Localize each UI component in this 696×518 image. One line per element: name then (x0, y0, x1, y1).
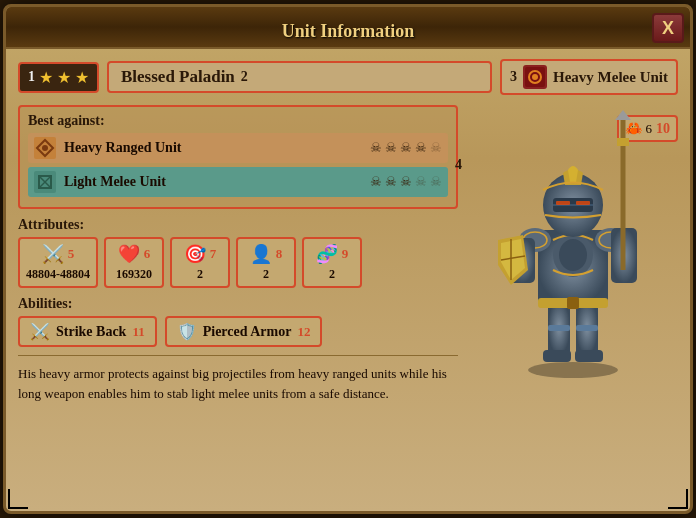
attributes-grid: ⚔️ 5 48804-48804 ❤️ 6 169320 (18, 237, 458, 288)
svg-point-10 (528, 362, 618, 378)
unit-info-modal: Unit Information X 1 ★ ★ ★ Blessed Palad… (3, 4, 693, 514)
unit-type-icon (523, 65, 547, 89)
star-2: ★ (57, 68, 71, 87)
attr-value-hp: 169320 (116, 267, 152, 282)
unit-name: Blessed Paladin (121, 67, 235, 87)
dna-icon: 🧬 (316, 243, 338, 265)
strike-back-icon: ⚔️ (30, 322, 50, 341)
sword-icon: ⚔️ (42, 243, 64, 265)
svg-rect-38 (567, 297, 579, 309)
svg-marker-29 (615, 110, 631, 120)
skull-l2: ☠ (385, 174, 397, 190)
unit-type-badge: 3 Heavy Melee Unit (500, 59, 678, 95)
attr-box-range: 🎯 7 2 (170, 237, 230, 288)
left-panel: Best against: Heavy Ranged Unit (18, 105, 458, 403)
modal-header: Unit Information X (6, 7, 690, 49)
attr-value-dna: 2 (329, 267, 335, 282)
skull-3: ☠ (400, 140, 412, 156)
skull-icons-light: ☠ ☠ ☠ ☠ ☠ (370, 174, 442, 190)
type-num: 3 (510, 69, 517, 85)
unit-info-row: 1 ★ ★ ★ Blessed Paladin 2 3 Heavy Mel (18, 59, 678, 95)
star-1: ★ (39, 68, 53, 87)
heart-icon: ❤️ (118, 243, 140, 265)
attr-num-6: 6 (144, 246, 151, 262)
section-num-4: 4 (455, 157, 462, 173)
unit-name-num: 2 (241, 69, 248, 85)
light-melee-icon (34, 171, 56, 193)
unit-type-text: Heavy Melee Unit (553, 69, 668, 86)
target-icon: 🎯 (184, 243, 206, 265)
attr-value-attack: 48804-48804 (26, 267, 90, 282)
attr-num-8: 8 (276, 246, 283, 262)
skull-l1: ☠ (370, 174, 382, 190)
attributes-section: Attributes: ⚔️ 5 48804-48804 ❤️ (18, 217, 458, 288)
attr-num-9: 9 (342, 246, 349, 262)
svg-rect-16 (575, 350, 603, 362)
skull-l4: ☠ (415, 174, 427, 190)
right-panel: 🦀 6 10 (468, 105, 678, 403)
svg-rect-15 (543, 350, 571, 362)
attr-dna-icon-row: 🧬 9 (316, 243, 349, 265)
svg-point-2 (532, 74, 538, 80)
attr-box-dna: 🧬 9 2 (302, 237, 362, 288)
enemy-row-heavy-ranged: Heavy Ranged Unit ☠ ☠ ☠ ☠ ☠ (28, 133, 448, 163)
heavy-ranged-icon (34, 137, 56, 159)
skull-l3: ☠ (400, 174, 412, 190)
person-icon: 👤 (250, 243, 272, 265)
attributes-label: Attributes: (18, 217, 458, 233)
attr-num-7: 7 (210, 246, 217, 262)
svg-point-19 (559, 239, 587, 271)
unit-number: 1 (28, 69, 35, 85)
skull-4: ☠ (415, 140, 427, 156)
abilities-section: Abilities: ⚔️ Strike Back 11 🛡️ Pierced … (18, 296, 458, 347)
abilities-row: ⚔️ Strike Back 11 🛡️ Pierced Armor 12 (18, 316, 458, 347)
modal-body: 1 ★ ★ ★ Blessed Paladin 2 3 Heavy Mel (6, 49, 690, 413)
modal-title: Unit Information (282, 21, 415, 42)
ability-num-11: 11 (132, 324, 144, 340)
best-against-box: Best against: Heavy Ranged Unit (18, 105, 458, 209)
attr-unit-icon-row: 👤 8 (250, 243, 283, 265)
content-area: Best against: Heavy Ranged Unit (18, 105, 678, 403)
attr-box-hp: ❤️ 6 169320 (104, 237, 164, 288)
skull-1: ☠ (370, 140, 382, 156)
skull-5: ☠ (430, 140, 442, 156)
attr-value-unit: 2 (263, 267, 269, 282)
attr-box-attack: ⚔️ 5 48804-48804 (18, 237, 98, 288)
svg-rect-13 (548, 325, 570, 331)
ability-num-12: 12 (297, 324, 310, 340)
attr-box-unit: 👤 8 2 (236, 237, 296, 288)
attr-hp-icon-row: ❤️ 6 (118, 243, 151, 265)
ability-name-pierced: Pierced Armor (203, 324, 292, 340)
ability-name-strike: Strike Back (56, 324, 126, 340)
enemy-row-light-melee: Light Melee Unit ☠ ☠ ☠ ☠ ☠ (28, 167, 448, 197)
abilities-label: Abilities: (18, 296, 458, 312)
unit-number-badge: 1 ★ ★ ★ (18, 62, 99, 93)
close-button[interactable]: X (652, 13, 684, 43)
svg-point-5 (42, 145, 48, 151)
ability-strike-back: ⚔️ Strike Back 11 (18, 316, 157, 347)
ability-pierced-armor: 🛡️ Pierced Armor 12 (165, 316, 323, 347)
attr-num-5: 5 (68, 246, 75, 262)
skull-2: ☠ (385, 140, 397, 156)
svg-rect-36 (576, 201, 590, 205)
svg-rect-35 (556, 201, 570, 205)
best-against-label: Best against: (28, 113, 448, 129)
attr-attack-icon-row: ⚔️ 5 (42, 243, 75, 265)
star-3: ★ (75, 68, 89, 87)
heavy-ranged-name: Heavy Ranged Unit (64, 140, 370, 156)
unit-name-badge: Blessed Paladin 2 (107, 61, 492, 93)
unit-figure (483, 105, 663, 385)
attr-range-icon-row: 🎯 7 (184, 243, 217, 265)
attr-value-range: 2 (197, 267, 203, 282)
svg-rect-30 (617, 138, 629, 146)
skull-icons-heavy: ☠ ☠ ☠ ☠ ☠ (370, 140, 442, 156)
unit-description: His heavy armor protects against big pro… (18, 355, 458, 403)
pierced-armor-icon: 🛡️ (177, 322, 197, 341)
skull-l5: ☠ (430, 174, 442, 190)
light-melee-name: Light Melee Unit (64, 174, 370, 190)
svg-rect-14 (576, 325, 598, 331)
